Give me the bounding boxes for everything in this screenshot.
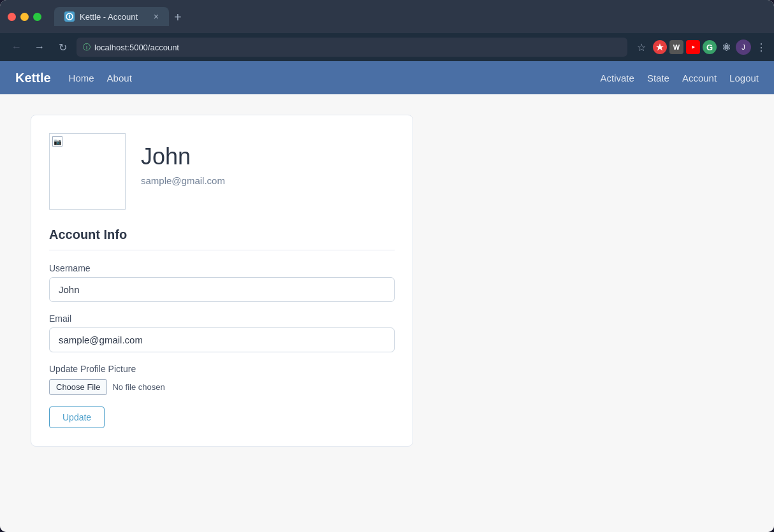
username-input[interactable] (49, 277, 395, 302)
brand-logo[interactable]: Kettle (15, 71, 51, 85)
traffic-lights (8, 13, 41, 21)
browser-actions: ☆ W G ⚛ J ⋮ (632, 38, 766, 56)
nav-links: Home About (69, 73, 132, 83)
page-content: 📷 John sample@gmail.com Account Info Use… (0, 94, 774, 532)
tab-close-btn[interactable]: × (154, 12, 159, 21)
title-bar: Kettle - Account × + (0, 0, 774, 33)
ext-btn-2[interactable]: W (669, 40, 683, 54)
forward-btn[interactable]: → (31, 38, 48, 56)
tab-title: Kettle - Account (80, 12, 149, 22)
new-tab-btn[interactable]: + (172, 8, 184, 26)
bookmark-btn[interactable]: ☆ (632, 38, 650, 56)
user-avatar[interactable]: J (736, 40, 751, 55)
ext-btn-puzzle[interactable]: ⚛ (719, 40, 733, 54)
app-navbar: Kettle Home About Activate State Account… (0, 61, 774, 94)
back-btn[interactable]: ← (8, 38, 26, 56)
username-group: Username (49, 263, 395, 302)
file-upload-label: Update Profile Picture (49, 364, 395, 374)
no-file-text: No file chosen (112, 382, 164, 392)
minimize-traffic-light[interactable] (20, 13, 29, 21)
reload-btn[interactable]: ↻ (54, 38, 71, 56)
broken-image-icon: 📷 (52, 136, 62, 147)
close-traffic-light[interactable] (8, 13, 16, 21)
lock-icon: ⓘ (83, 42, 91, 53)
ext-btn-4[interactable]: G (703, 40, 717, 54)
update-btn[interactable]: Update (49, 406, 105, 428)
nav-link-about[interactable]: About (107, 73, 132, 83)
username-label: Username (49, 263, 395, 273)
profile-header: 📷 John sample@gmail.com (49, 133, 395, 210)
tab-favicon (64, 11, 75, 22)
active-tab[interactable]: Kettle - Account × (54, 7, 169, 26)
file-input-row: Choose File No file chosen (49, 379, 395, 395)
nav-link-home[interactable]: Home (69, 73, 94, 83)
choose-file-btn[interactable]: Choose File (49, 379, 107, 395)
ext-btn-1[interactable] (653, 40, 667, 54)
nav-link-activate[interactable]: Activate (601, 73, 634, 83)
address-bar: ← → ↻ ⓘ localhost:5000/account ☆ W G ⚛ J… (0, 33, 774, 61)
ext-btn-3[interactable] (686, 40, 700, 54)
email-group: Email (49, 313, 395, 352)
profile-info: John sample@gmail.com (141, 133, 225, 186)
profile-image: 📷 (49, 133, 126, 210)
section-title: Account Info (49, 227, 395, 242)
nav-link-logout[interactable]: Logout (729, 73, 759, 83)
profile-name: John (141, 143, 225, 170)
url-bar[interactable]: ⓘ localhost:5000/account (77, 38, 627, 57)
email-input[interactable] (49, 327, 395, 352)
tab-bar: Kettle - Account × + (54, 7, 766, 26)
nav-right-links: Activate State Account Logout (601, 73, 759, 83)
url-text: localhost:5000/account (94, 43, 179, 52)
profile-email: sample@gmail.com (141, 175, 225, 186)
nav-link-state[interactable]: State (647, 73, 669, 83)
email-label: Email (49, 313, 395, 324)
account-card: 📷 John sample@gmail.com Account Info Use… (31, 115, 413, 447)
maximize-traffic-light[interactable] (33, 13, 41, 21)
browser-menu-btn[interactable]: ⋮ (756, 41, 766, 54)
nav-link-account[interactable]: Account (682, 73, 717, 83)
section-divider (49, 250, 395, 250)
browser-window: Kettle - Account × + ← → ↻ ⓘ localhost:5… (0, 0, 774, 532)
